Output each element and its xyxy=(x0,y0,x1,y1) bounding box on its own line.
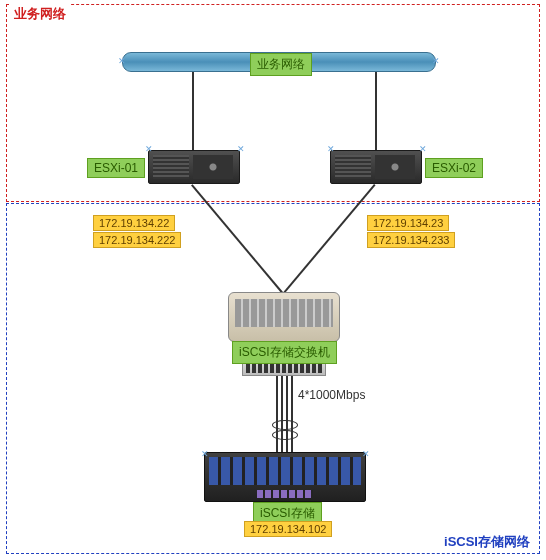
iscsi-storage xyxy=(204,452,366,502)
handle-icon: ✕ xyxy=(327,145,336,154)
esxi01-label: ESXi-01 xyxy=(87,158,145,178)
esxi01-ip2: 172.19.134.222 xyxy=(93,232,181,248)
handle-icon: ✕ xyxy=(118,57,127,66)
handle-icon: ✕ xyxy=(201,450,210,459)
handle-icon: ✕ xyxy=(432,57,441,66)
link-bar-to-esxi02 xyxy=(375,72,377,150)
handle-icon: ✕ xyxy=(145,145,154,154)
business-network-label: 业务网络 xyxy=(250,53,312,76)
diagram-canvas: 业务网络 iSCSI存储网络 业务网络 ESXi-01 172.19.134.2… xyxy=(0,0,546,560)
trunk-line-3 xyxy=(286,376,288,452)
trunk-line-2 xyxy=(281,376,283,452)
handle-icon: ✕ xyxy=(362,450,371,459)
esxi01-ip1: 172.19.134.22 xyxy=(93,215,175,231)
trunk-line-1 xyxy=(276,376,278,452)
esxi02-server xyxy=(330,150,422,184)
iscsi-storage-ip: 172.19.134.102 xyxy=(244,521,332,537)
trunk-ring-1 xyxy=(272,420,298,430)
handle-icon: ✕ xyxy=(237,145,246,154)
trunk-line-4 xyxy=(291,376,293,452)
trunk-ring-2 xyxy=(272,430,298,440)
link-bar-to-esxi01 xyxy=(192,72,194,150)
esxi02-ip2: 172.19.134.233 xyxy=(367,232,455,248)
iscsi-zone-label: iSCSI存储网络 xyxy=(440,532,534,552)
iscsi-switch-label: iSCSI存储交换机 xyxy=(232,341,337,364)
trunk-label: 4*1000Mbps xyxy=(298,388,365,402)
esxi01-server xyxy=(148,150,240,184)
business-zone-label: 业务网络 xyxy=(10,4,70,24)
iscsi-switch xyxy=(228,292,340,342)
handle-icon: ✕ xyxy=(419,145,428,154)
esxi02-ip1: 172.19.134.23 xyxy=(367,215,449,231)
esxi02-label: ESXi-02 xyxy=(425,158,483,178)
